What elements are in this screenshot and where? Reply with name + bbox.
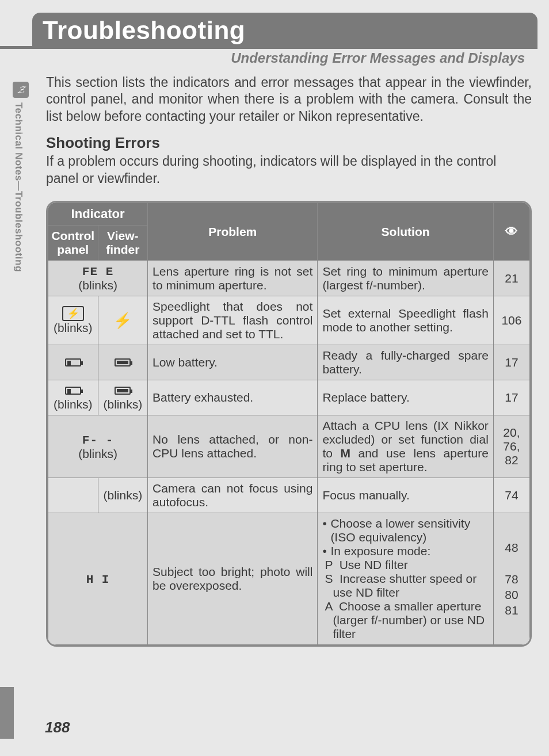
- table-row: (blinks) (blinks) Battery exhausted. Rep…: [48, 380, 530, 415]
- flash-box-icon: ⚡: [62, 306, 84, 321]
- indicator-cell: H I: [48, 513, 148, 645]
- page-spine: [0, 687, 14, 739]
- page-cell: 20, 76, 82: [493, 415, 529, 478]
- problem-cell: No lens attached, or non-CPU lens attach…: [148, 415, 318, 478]
- table-head: Indicator Problem Solution 👁 Control pan…: [48, 203, 530, 261]
- col-indicator: Indicator: [48, 203, 148, 226]
- problem-cell: Speedlight that does not support D-TTL f…: [148, 296, 318, 345]
- col-control-panel: Control panel: [48, 226, 98, 261]
- table-row: Low battery. Ready a fully-charged spare…: [48, 345, 530, 380]
- indicator-vf: (blinks): [98, 478, 148, 513]
- battery-full-icon: [115, 387, 131, 395]
- indicator-sub: (blinks): [103, 398, 142, 411]
- indicator-vf: ⚡: [98, 296, 148, 345]
- battery-low-icon: [65, 387, 81, 395]
- page-cell: 48 78 80 81: [493, 513, 529, 645]
- page-cell: 106: [493, 296, 529, 345]
- page-title: Troubleshooting: [43, 16, 527, 45]
- subtitle-bar: Understanding Error Messages and Display…: [0, 46, 537, 66]
- solution-cell: Focus manually.: [318, 478, 493, 513]
- solution-cell: Choose a lower sensitivity (ISO equivale…: [318, 513, 493, 645]
- battery-full-icon: [115, 358, 131, 366]
- page-ref: 48: [505, 541, 518, 554]
- intro-text: This section lists the indicators and er…: [46, 74, 532, 125]
- page-number: 188: [45, 719, 70, 736]
- page-ref: 81: [505, 604, 518, 617]
- indicator-vf: [98, 345, 148, 380]
- problem-cell: Subject too bright; photo will be overex…: [148, 513, 318, 645]
- solution-cell: Set external Speedlight flash mode to an…: [318, 296, 493, 345]
- col-solution: Solution: [318, 203, 493, 261]
- section-heading: Shooting Errors: [46, 134, 549, 152]
- errors-table: Indicator Problem Solution 👁 Control pan…: [46, 201, 532, 647]
- page-title-bar: Troubleshooting: [32, 13, 537, 46]
- indicator-text: H I: [86, 573, 110, 586]
- page-cell: 17: [493, 345, 529, 380]
- page-cell: 21: [493, 261, 529, 296]
- page-cell: 17: [493, 380, 529, 415]
- problem-cell: Low battery.: [148, 345, 318, 380]
- page-subtitle: Understanding Error Messages and Display…: [0, 50, 525, 66]
- indicator-cell: FE E (blinks): [48, 261, 148, 296]
- solution-sub: A Choose a smaller aperture (larger f/-n…: [322, 600, 488, 641]
- side-tab: 𝓩 Technical Notes—Troubleshooting: [13, 82, 29, 306]
- table-row: FE E (blinks) Lens aperture ring is not …: [48, 261, 530, 296]
- col-pageref: 👁: [493, 203, 529, 261]
- indicator-cp: (blinks): [48, 380, 98, 415]
- indicator-text: F- -: [82, 434, 113, 447]
- indicator-sub: (blinks): [78, 447, 117, 460]
- col-problem: Problem: [148, 203, 318, 261]
- indicator-sub: (blinks): [103, 488, 142, 502]
- solution-item: In exposure mode:: [322, 544, 488, 558]
- indicator-sub: (blinks): [54, 398, 93, 411]
- table-row: (blinks) Camera can not focus using auto…: [48, 478, 530, 513]
- indicator-cp: ⚡ (blinks): [48, 296, 98, 345]
- section-text: If a problem occurs during shooting, ind…: [46, 153, 532, 187]
- indicator-sub: (blinks): [78, 278, 117, 292]
- page-ref: 78: [505, 572, 518, 586]
- page-ref: 80: [505, 588, 518, 601]
- indicator-sub: (blinks): [54, 321, 93, 334]
- col-viewfinder: View-finder: [98, 226, 148, 261]
- indicator-text: FE E: [82, 265, 113, 278]
- notes-icon: 𝓩: [13, 82, 29, 98]
- solution-cell: Replace battery.: [318, 380, 493, 415]
- solution-cell: Set ring to minimum aperture (largest f/…: [318, 261, 493, 296]
- flash-icon: ⚡: [113, 312, 132, 329]
- problem-cell: Battery exhausted.: [148, 380, 318, 415]
- problem-cell: Lens aperture ring is not set to minimum…: [148, 261, 318, 296]
- table-row: ⚡ (blinks) ⚡ Speedlight that does not su…: [48, 296, 530, 345]
- page-cell: 74: [493, 478, 529, 513]
- indicator-cp: [48, 478, 98, 513]
- indicator-cp: [48, 345, 98, 380]
- side-tab-label: Technical Notes—Troubleshooting: [13, 102, 24, 272]
- battery-low-icon: [65, 358, 81, 366]
- page-ref-icon: 👁: [505, 224, 518, 239]
- table-row: H I Subject too bright; photo will be ov…: [48, 513, 530, 645]
- solution-sub: S Increase shutter speed or use ND filte…: [322, 572, 488, 600]
- solution-sub: P Use ND filter: [322, 558, 488, 572]
- indicator-vf: (blinks): [98, 380, 148, 415]
- solution-item: Choose a lower sensitivity (ISO equivale…: [322, 517, 488, 544]
- solution-cell: Attach a CPU lens (IX Nikkor excluded) o…: [318, 415, 493, 478]
- indicator-cell: F- - (blinks): [48, 415, 148, 478]
- table-row: F- - (blinks) No lens attached, or non-C…: [48, 415, 530, 478]
- problem-cell: Camera can not focus using autofocus.: [148, 478, 318, 513]
- solution-cell: Ready a fully-charged spare battery.: [318, 345, 493, 380]
